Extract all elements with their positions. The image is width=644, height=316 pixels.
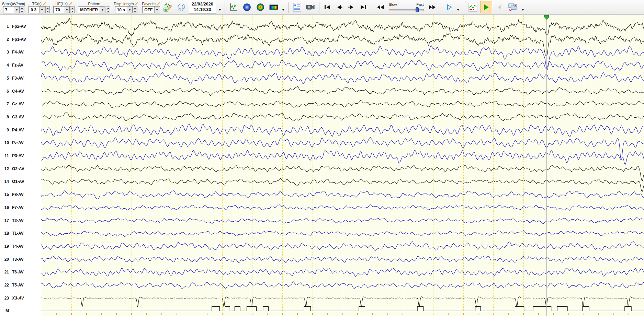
spinner-up-icon[interactable] — [45, 6, 50, 10]
channel-row[interactable]: 23 X3-AV — [0, 295, 41, 301]
channel-row[interactable]: 6 C4-AV — [0, 88, 41, 94]
edit-pencil-icon[interactable] — [157, 2, 160, 5]
channel-row[interactable]: 8 C3-AV — [0, 114, 41, 120]
value-spinner[interactable] — [20, 6, 24, 13]
event-marker-pin[interactable] — [544, 15, 549, 19]
live-review-button[interactable] — [481, 1, 492, 13]
channel-row[interactable]: 20 T3-AV — [0, 256, 41, 262]
channel-row[interactable]: 4 Fz-AV — [0, 62, 41, 68]
channel-row[interactable]: 9 P4-AV — [0, 127, 41, 133]
video-button[interactable] — [305, 1, 316, 13]
channel-row[interactable]: 1 Fp2-AV — [0, 23, 41, 30]
waveform-window-button[interactable] — [228, 1, 239, 13]
spinner-down-icon[interactable] — [70, 10, 75, 13]
combo-box[interactable]: OFF — [142, 6, 160, 13]
colormap-button[interactable] — [268, 1, 280, 13]
channel-label[interactable]: T3-AV — [12, 257, 24, 262]
montage-settings-button[interactable] — [507, 1, 519, 13]
edit-pencil-icon[interactable] — [135, 2, 138, 5]
trend-window-button[interactable] — [467, 1, 479, 13]
channel-row[interactable]: 11 P3-AV — [0, 153, 41, 159]
channel-row[interactable]: 19 T4-AV — [0, 243, 41, 249]
step-forward-button[interactable] — [346, 2, 357, 12]
spinner-up-icon[interactable] — [106, 6, 110, 10]
previous-page-button[interactable] — [494, 1, 506, 13]
chevron-down-icon[interactable] — [39, 7, 45, 13]
channel-label[interactable]: C3-AV — [12, 115, 24, 119]
channel-row[interactable]: 16 F7-AV — [0, 204, 41, 211]
step-back-button[interactable] — [334, 2, 344, 12]
combo-box[interactable]: MOTHER — [78, 6, 105, 13]
channel-row[interactable]: 22 T5-AV — [0, 282, 41, 288]
speed-slider[interactable] — [388, 7, 425, 12]
channel-label[interactable]: T2-AV — [12, 218, 24, 223]
skip-to-end-button[interactable] — [358, 2, 369, 12]
channel-row[interactable]: 17 T2-AV — [0, 218, 41, 224]
channel-row[interactable]: 10 Pz-AV — [0, 140, 41, 146]
spinner-down-icon[interactable] — [45, 10, 50, 13]
chevron-down-icon[interactable] — [100, 7, 105, 13]
channel-label[interactable]: P3-AV — [12, 153, 24, 158]
value-spinner[interactable] — [45, 6, 50, 13]
play-dropdown-button[interactable] — [456, 2, 460, 12]
brain-map-rainbow-button[interactable] — [255, 1, 266, 13]
combo-box[interactable]: 7 — [3, 6, 20, 13]
channel-row[interactable]: 12 O2-AV — [0, 166, 41, 172]
eeg-trace-canvas[interactable] — [41, 15, 644, 316]
channel-label[interactable]: F7-AV — [12, 205, 24, 210]
value-spinner[interactable] — [133, 6, 137, 13]
spinner-down-icon[interactable] — [133, 10, 137, 13]
skip-to-start-button[interactable] — [322, 2, 332, 12]
maps-dropdown-button[interactable] — [281, 2, 285, 12]
sphere-map-button[interactable] — [176, 1, 187, 13]
channel-row[interactable]: 18 T1-AV — [0, 230, 41, 236]
channel-row[interactable]: 15 F8-AV — [0, 191, 41, 198]
annotations-button[interactable] — [291, 1, 303, 13]
channel-label[interactable]: T5-AV — [12, 283, 24, 288]
channel-label[interactable]: F8-AV — [12, 192, 24, 197]
play-button[interactable] — [444, 2, 454, 12]
channel-row[interactable]: 14 O1-AV — [0, 178, 41, 185]
settings-dropdown-button[interactable] — [521, 2, 525, 12]
speed-slider-thumb[interactable] — [416, 7, 419, 12]
combo-box[interactable]: 70 — [53, 6, 70, 13]
channel-label[interactable]: F4-AV — [12, 50, 24, 55]
edit-pencil-icon[interactable] — [69, 2, 72, 5]
channel-label[interactable]: T4-AV — [12, 244, 24, 249]
channel-label[interactable]: O1-AV — [12, 179, 24, 184]
channel-label[interactable]: F3-AV — [12, 76, 24, 81]
chevron-down-icon[interactable] — [14, 7, 19, 13]
notch-filter-button[interactable]: 50 — [162, 1, 174, 13]
chevron-down-icon[interactable] — [154, 7, 160, 13]
chevron-down-icon[interactable] — [127, 7, 132, 13]
channel-label[interactable]: Fz-AV — [12, 63, 23, 68]
chevron-down-icon[interactable] — [64, 7, 69, 13]
datetime-dropdown-button[interactable] — [218, 2, 222, 12]
channel-row[interactable]: 7 Cz-AV — [0, 101, 41, 107]
channel-label[interactable]: Fp1-AV — [12, 37, 26, 42]
spinner-up-icon[interactable] — [133, 6, 137, 10]
channel-row[interactable]: 2 Fp1-AV — [0, 36, 41, 43]
channel-label[interactable]: C4-AV — [12, 89, 24, 94]
edit-pencil-icon[interactable] — [43, 2, 46, 5]
brain-map-blue-button[interactable] — [241, 1, 253, 13]
spinner-down-icon[interactable] — [106, 10, 110, 13]
value-spinner[interactable] — [106, 6, 110, 13]
channel-row[interactable]: M — [0, 308, 41, 314]
channel-label[interactable]: Cz-AV — [12, 102, 24, 106]
spinner-down-icon[interactable] — [20, 10, 24, 13]
combo-box[interactable]: 0.3 — [29, 6, 45, 13]
channel-row[interactable]: 5 F3-AV — [0, 75, 41, 81]
channel-row[interactable]: 3 F4-AV — [0, 49, 41, 55]
combo-box[interactable]: 10 s — [115, 6, 133, 13]
channel-label[interactable]: T6-AV — [12, 270, 24, 274]
channel-label[interactable]: Pz-AV — [12, 140, 24, 145]
channel-label[interactable]: X3-AV — [12, 296, 24, 301]
rewind-button[interactable] — [375, 2, 386, 12]
spinner-up-icon[interactable] — [70, 6, 75, 10]
spinner-up-icon[interactable] — [20, 6, 24, 10]
channel-row[interactable]: 21 T6-AV — [0, 269, 41, 275]
channel-label[interactable]: Fp2-AV — [12, 24, 26, 29]
channel-label[interactable]: T1-AV — [12, 231, 24, 236]
value-spinner[interactable] — [70, 6, 75, 13]
